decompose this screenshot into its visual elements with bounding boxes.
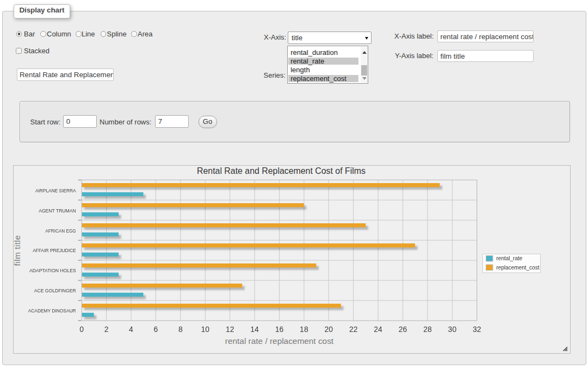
svg-text:12: 12 [226,325,234,334]
svg-text:6: 6 [154,325,158,334]
svg-text:AIRPLANE SIERRA: AIRPLANE SIERRA [35,187,76,193]
svg-text:18: 18 [300,325,308,334]
svg-text:film title: film title [14,235,22,266]
svg-text:AFRICAN EGG: AFRICAN EGG [45,228,76,234]
svg-text:Rental Rate and Replacement Co: Rental Rate and Replacement Cost of Film… [197,166,366,175]
svg-text:ACADEMY DINOSAUR: ACADEMY DINOSAUR [28,308,76,313]
svg-text:AGENT TRUMAN: AGENT TRUMAN [39,208,76,214]
svg-text:rental_rate: rental_rate [497,255,523,261]
svg-text:22: 22 [349,325,358,334]
svg-text:26: 26 [399,325,407,334]
svg-text:20: 20 [325,325,333,334]
svg-text:ADAPTATION HOLES: ADAPTATION HOLES [29,267,76,273]
svg-text:8: 8 [178,325,183,334]
svg-text:32: 32 [473,325,481,334]
svg-text:30: 30 [448,325,457,334]
svg-text:replacement_cost: replacement_cost [497,265,540,271]
svg-text:28: 28 [423,325,432,334]
svg-text:2: 2 [104,325,109,334]
svg-text:24: 24 [374,325,382,334]
svg-text:14: 14 [250,325,259,334]
svg-text:AFFAIR PREJUDICE: AFFAIR PREJUDICE [33,247,76,253]
svg-text:ACE GOLDFINGER: ACE GOLDFINGER [34,287,76,293]
svg-text:0: 0 [79,325,84,334]
svg-text:10: 10 [201,325,210,334]
svg-text:4: 4 [129,325,133,334]
svg-text:rental rate / replacement cost: rental rate / replacement cost [225,336,334,346]
svg-text:16: 16 [275,325,284,334]
